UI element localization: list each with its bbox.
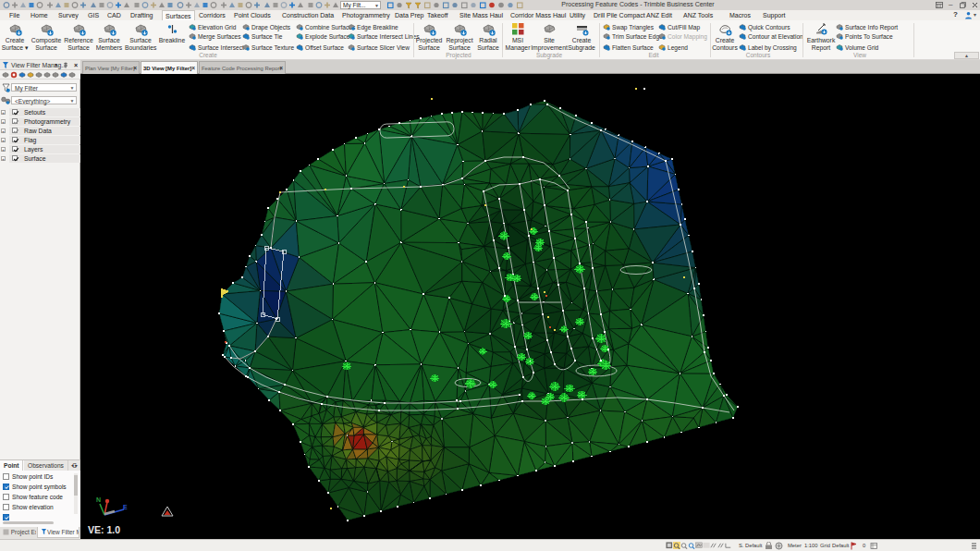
svg-text:E: E [123,504,128,510]
svg-text:VE: 1.0: VE: 1.0 [88,524,120,535]
svg-text:N: N [96,496,101,503]
